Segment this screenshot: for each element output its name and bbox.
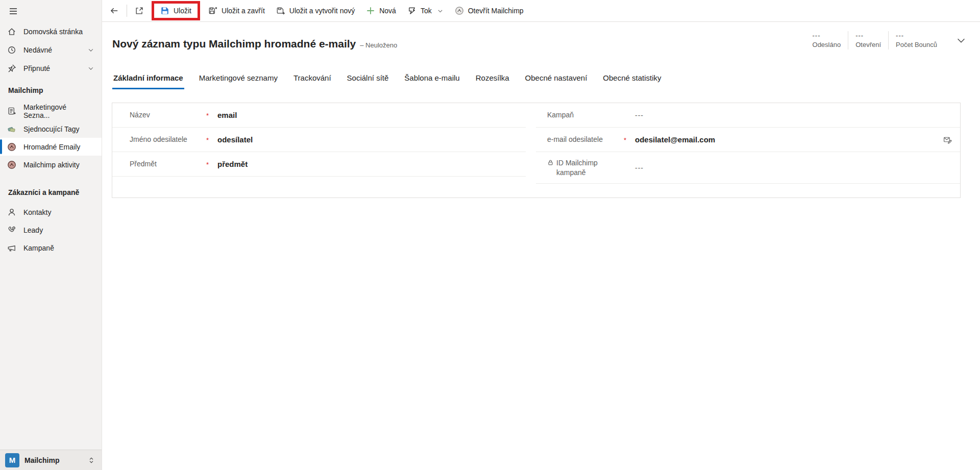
sidebar-item-label: Leady bbox=[23, 226, 43, 234]
field-value[interactable]: odesilatel@email.com bbox=[635, 135, 715, 144]
field-label: e-mail odesilatele bbox=[547, 135, 624, 144]
sidebar-item-campaigns[interactable]: Kampaně bbox=[0, 239, 102, 257]
stat-label: Odesláno bbox=[813, 40, 841, 50]
popout-button[interactable] bbox=[130, 2, 149, 20]
home-icon bbox=[7, 27, 16, 36]
area-switcher[interactable]: M Mailchimp bbox=[0, 450, 102, 470]
tab-basic-info[interactable]: Základní informace bbox=[112, 73, 184, 89]
mailchimp-record-icon bbox=[7, 142, 16, 152]
tab-email-template[interactable]: Šablona e-mailu bbox=[403, 73, 460, 89]
save-and-close-button[interactable]: Uložit a zavřít bbox=[203, 2, 270, 20]
list-document-icon bbox=[7, 107, 16, 116]
field-value[interactable]: odesílatel bbox=[217, 135, 253, 144]
field-value[interactable]: předmět bbox=[217, 160, 248, 168]
chevron-down-icon bbox=[87, 65, 94, 72]
sidebar-item-mailchimp-activities[interactable]: Mailchimp aktivity bbox=[0, 156, 102, 174]
email-edit-icon bbox=[943, 135, 952, 144]
sidebar-item-home[interactable]: Domovská stránka bbox=[0, 22, 102, 41]
stat-value: --- bbox=[896, 31, 937, 40]
stat-sent: --- Odesláno bbox=[805, 31, 848, 50]
sidebar-item-leads[interactable]: Leady bbox=[0, 221, 102, 239]
sidebar-item-label: Marketingové Sezna... bbox=[23, 103, 94, 119]
tags-icon bbox=[7, 125, 16, 134]
sidebar-item-recent[interactable]: Nedávné bbox=[0, 41, 102, 59]
clock-icon bbox=[7, 45, 16, 55]
chevron-down-icon bbox=[955, 35, 967, 46]
open-mailchimp-label: Otevřít Mailchimp bbox=[468, 7, 524, 15]
tab-general-stats[interactable]: Obecné statistiky bbox=[602, 73, 662, 89]
sidebar-item-label: Mailchimp aktivity bbox=[23, 161, 80, 169]
field-name: Název * email bbox=[112, 103, 526, 128]
sidebar-item-pinned[interactable]: Připnuté bbox=[0, 59, 102, 78]
back-arrow-icon bbox=[110, 6, 119, 15]
sidebar-item-contacts[interactable]: Kontakty bbox=[0, 203, 102, 221]
new-record-label: Nová bbox=[379, 7, 396, 15]
sidebar-item-bulk-emails[interactable]: Hromadné Emaily bbox=[0, 138, 102, 156]
header-collapse-button[interactable] bbox=[954, 34, 968, 47]
field-label-text: ID Mailchimp kampaně bbox=[556, 158, 620, 178]
save-new-icon bbox=[276, 6, 285, 15]
pin-icon bbox=[7, 64, 16, 73]
form-section-card: Název * email Jméno odesilatele * odesíl… bbox=[112, 103, 961, 198]
field-label: Předmět bbox=[130, 159, 206, 169]
sidebar-item-label: Kampaně bbox=[23, 244, 54, 252]
command-bar: Uložit Uložit a zavřít Uložit a vytvořit… bbox=[102, 0, 980, 22]
tab-general-settings[interactable]: Obecné nastavení bbox=[524, 73, 589, 89]
flow-icon bbox=[407, 6, 416, 15]
main-area: Uložit Uložit a zavřít Uložit a vytvořit… bbox=[102, 0, 980, 470]
save-and-close-label: Uložit a zavřít bbox=[222, 7, 265, 15]
chevron-updown-icon bbox=[87, 456, 95, 464]
page-title: Nový záznam typu Mailchimp hromadné e-ma… bbox=[112, 36, 397, 53]
edit-email-button[interactable] bbox=[942, 134, 953, 145]
back-button[interactable] bbox=[105, 2, 124, 20]
area-name: Mailchimp bbox=[24, 456, 59, 464]
sidebar-item-label: Sjednocující Tagy bbox=[23, 125, 79, 133]
stat-label: Počet Bounců bbox=[896, 40, 937, 50]
field-value[interactable]: email bbox=[217, 111, 237, 119]
new-record-button[interactable]: Nová bbox=[361, 2, 401, 20]
phone-gear-icon bbox=[7, 226, 16, 235]
sidebar-item-label: Hromadné Emaily bbox=[23, 143, 80, 151]
tab-marketing-lists[interactable]: Marketingové seznamy bbox=[198, 73, 279, 89]
mailchimp-record-icon bbox=[7, 160, 16, 169]
save-and-new-label: Uložit a vytvořit nový bbox=[289, 7, 355, 15]
required-mark: * bbox=[206, 111, 214, 119]
flow-button[interactable]: Tok bbox=[402, 2, 449, 20]
stat-bounces: --- Počet Bounců bbox=[888, 31, 944, 50]
stat-value: --- bbox=[813, 31, 841, 40]
hamburger-menu-button[interactable] bbox=[0, 0, 102, 22]
sidebar-section-mailchimp: Mailchimp bbox=[0, 83, 102, 98]
tab-social[interactable]: Sociální sítě bbox=[346, 73, 390, 89]
plus-icon bbox=[366, 6, 375, 15]
record-header: Nový záznam typu Mailchimp hromadné e-ma… bbox=[102, 22, 980, 89]
field-value[interactable]: --- bbox=[635, 111, 644, 119]
sidebar-nav: Domovská stránka Nedávné Připnuté bbox=[0, 22, 102, 450]
field-mailchimp-campaign-id: ID Mailchimp kampaně --- bbox=[536, 152, 960, 184]
field-campaign: Kampaň --- bbox=[536, 103, 960, 128]
tab-tracking[interactable]: Trackování bbox=[292, 73, 332, 89]
required-mark: * bbox=[206, 136, 214, 144]
save-button[interactable]: Uložit bbox=[154, 4, 198, 18]
chevron-down-icon bbox=[437, 8, 444, 14]
save-and-new-button[interactable]: Uložit a vytvořit nový bbox=[271, 2, 360, 20]
sidebar-item-tags[interactable]: Sjednocující Tagy bbox=[0, 120, 102, 138]
field-sender-email: e-mail odesilatele * odesilatel@email.co… bbox=[536, 128, 960, 152]
tab-strip: Základní informace Marketingové seznamy … bbox=[112, 73, 968, 89]
toolbar-divider bbox=[127, 5, 127, 17]
person-icon bbox=[7, 208, 16, 217]
megaphone-icon bbox=[7, 243, 16, 253]
open-mailchimp-button[interactable]: Otevřít Mailchimp bbox=[450, 2, 529, 20]
sidebar-item-label: Připnuté bbox=[23, 64, 50, 72]
form-column-right: Kampaň --- e-mail odesilatele * odesilat… bbox=[536, 103, 960, 184]
field-label: Kampaň bbox=[547, 110, 624, 120]
tab-sending[interactable]: Rozesílka bbox=[475, 73, 510, 89]
sidebar-item-marketing-lists[interactable]: Marketingové Sezna... bbox=[0, 102, 102, 120]
flow-label: Tok bbox=[421, 7, 432, 15]
page-title-text: Nový záznam typu Mailchimp hromadné e-ma… bbox=[112, 38, 356, 50]
sidebar: Domovská stránka Nedávné Připnuté bbox=[0, 0, 102, 470]
field-label: ID Mailchimp kampaně bbox=[547, 158, 624, 178]
app-screen: Domovská stránka Nedávné Připnuté bbox=[0, 0, 980, 470]
save-status: – Neuloženo bbox=[360, 41, 397, 49]
save-button-label: Uložit bbox=[174, 7, 191, 15]
mailchimp-logo-icon bbox=[455, 6, 464, 15]
